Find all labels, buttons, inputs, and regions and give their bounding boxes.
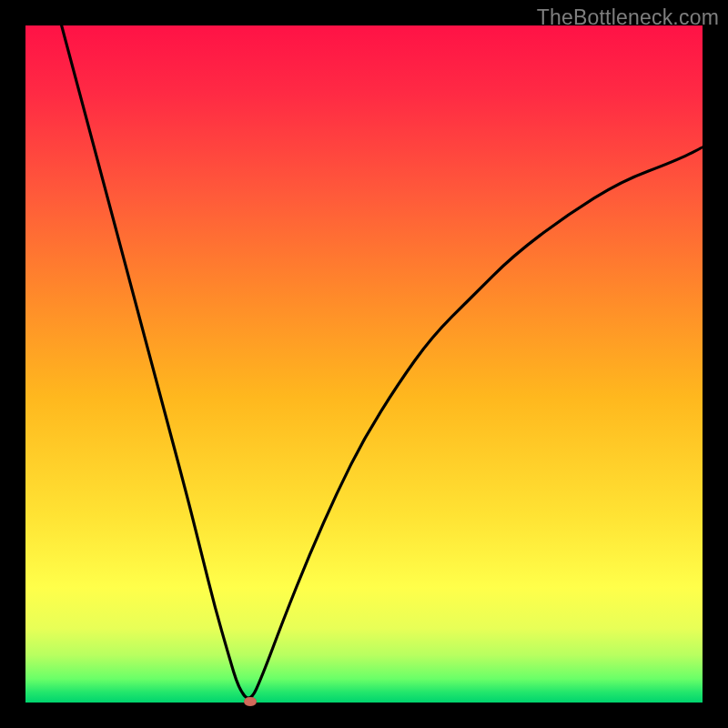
optimal-point-marker <box>244 697 257 706</box>
chart-frame: TheBottleneck.com <box>0 0 728 728</box>
watermark-text: TheBottleneck.com <box>537 5 719 30</box>
bottleneck-curve <box>25 25 703 703</box>
